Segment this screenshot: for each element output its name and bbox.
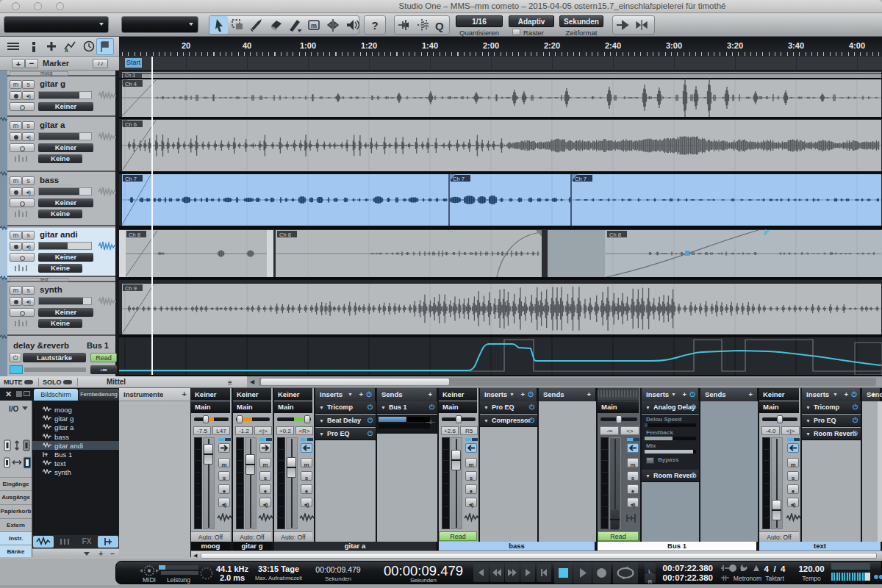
svg-text:Ch 7: Ch 7 <box>125 176 137 182</box>
svg-text:A: A <box>65 48 68 53</box>
svg-text:Ch 3: Ch 3 <box>125 73 135 78</box>
svg-text:m: m <box>311 22 317 29</box>
svg-text:Ch 4: Ch 4 <box>125 81 137 87</box>
svg-text:Ch 7: Ch 7 <box>453 176 465 182</box>
svg-text:Ch 8: Ch 8 <box>609 232 621 238</box>
svg-text:Ch 7: Ch 7 <box>575 176 587 182</box>
svg-text:Ch 9: Ch 9 <box>125 285 137 292</box>
svg-text:Ch 8: Ch 8 <box>129 232 140 238</box>
svg-text:Ch 6: Ch 6 <box>125 121 137 128</box>
svg-text:Ch 8: Ch 8 <box>279 232 291 238</box>
